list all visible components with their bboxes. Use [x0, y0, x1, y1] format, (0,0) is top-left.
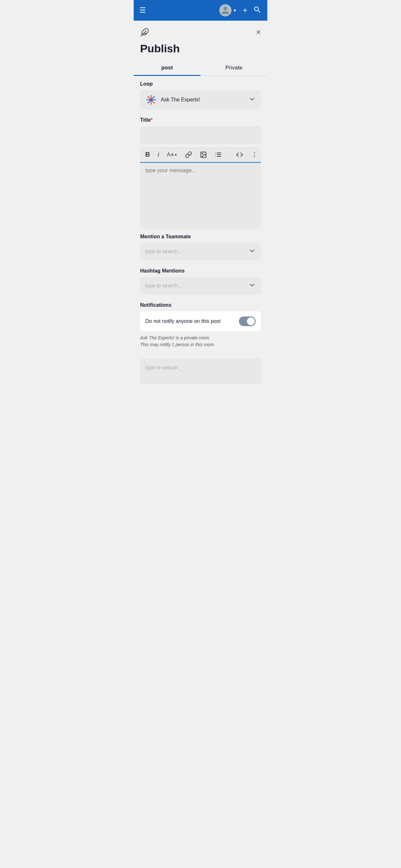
nav-left: ☰ [140, 7, 146, 14]
font-size-button[interactable]: AA▼ [166, 151, 178, 158]
avatar-container[interactable]: ▼ [219, 4, 237, 17]
add-icon[interactable]: + [243, 6, 247, 14]
content-area: × Publish post Private Loop Ask The Expe… [134, 21, 267, 384]
mention-label: Mention a Teammate [140, 234, 261, 240]
mention-dropdown[interactable]: type to search... [140, 243, 261, 260]
notifications-section: Notifications Do not notify anyone on th… [134, 297, 267, 352]
link-button[interactable] [184, 151, 193, 159]
bold-button[interactable]: B [145, 150, 150, 159]
hashtag-label: Hashtag Mentions [140, 268, 261, 274]
bottom-search-text: type to search _ [145, 365, 182, 371]
loop-chevron-icon [249, 96, 256, 104]
avatar-chevron-icon: ▼ [233, 8, 237, 13]
page-title: Publish [134, 42, 267, 60]
hashtag-dropdown[interactable]: type to search... [140, 277, 261, 294]
tab-post[interactable]: post [134, 60, 201, 75]
mention-placeholder: type to search... [145, 249, 182, 254]
loop-label: Loop [140, 81, 261, 87]
loop-name: Ask The Experts! [161, 97, 200, 103]
image-button[interactable] [199, 151, 208, 159]
list-button[interactable] [214, 151, 222, 159]
code-button[interactable] [235, 151, 244, 159]
nav-right: ▼ + [219, 4, 261, 17]
mention-chevron-icon [249, 247, 256, 256]
notify-card: Do not notify anyone on this post [140, 311, 261, 331]
feather-icon [140, 28, 149, 39]
avatar [219, 4, 232, 17]
loop-logo [145, 94, 157, 105]
page-header: × [134, 21, 267, 42]
loop-selector[interactable]: Ask The Experts! [140, 90, 261, 110]
svg-point-16 [254, 156, 255, 157]
notify-text: Do not notify anyone on this post [145, 318, 239, 324]
hashtag-chevron-icon [249, 282, 256, 290]
loop-section: Loop Ask The Experts! [134, 76, 267, 112]
svg-point-15 [254, 154, 255, 155]
notify-note: Ask The Experts! is a private room This … [140, 331, 261, 349]
top-navigation: ☰ ▼ + [134, 0, 267, 21]
more-options-button[interactable] [250, 151, 258, 159]
hamburger-icon[interactable]: ☰ [140, 7, 146, 14]
svg-point-14 [254, 152, 255, 153]
message-editor: B i AA▼ [140, 147, 261, 228]
notifications-label: Notifications [140, 302, 261, 308]
search-icon[interactable] [253, 5, 261, 15]
tabs-container: post Private [134, 60, 267, 76]
hashtag-placeholder: type to search... [145, 283, 182, 289]
hashtag-section: Hashtag Mentions type to search... [134, 263, 267, 297]
mention-section: Mention a Teammate type to search... [134, 228, 267, 263]
title-input[interactable] [140, 126, 261, 144]
notify-toggle[interactable] [239, 316, 256, 326]
tab-private[interactable]: Private [201, 60, 267, 75]
svg-point-7 [202, 153, 203, 154]
bottom-search-area[interactable]: type to search _ [140, 359, 261, 384]
message-input[interactable] [140, 163, 261, 227]
close-button[interactable]: × [256, 27, 261, 37]
title-label: Title* [140, 117, 261, 123]
message-toolbar: B i AA▼ [140, 147, 261, 163]
italic-button[interactable]: i [157, 150, 159, 159]
title-section: Title* [134, 112, 267, 147]
loop-selector-left: Ask The Experts! [145, 94, 200, 105]
